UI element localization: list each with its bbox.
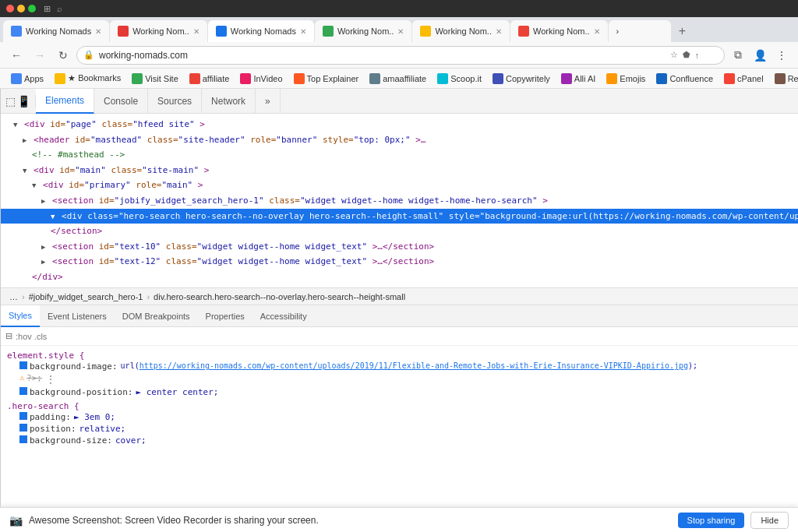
stop-sharing-button[interactable]: Stop sharing (678, 513, 745, 528)
maximize-window-button[interactable] (28, 5, 36, 12)
style-prop-checkbox-padding[interactable] (19, 412, 27, 420)
bookmark-bookmarks[interactable]: ★ Bookmarks (50, 72, 125, 86)
tree-line-2[interactable]: ▶ <header id="masthead" class="site-head… (1, 132, 798, 148)
bookmark-invideo[interactable]: InVideo (235, 72, 287, 86)
device-toggle-icon[interactable]: 📱 (17, 95, 30, 107)
tree-line-8[interactable]: ▶ <section id="text-12" class="widget wi… (1, 254, 798, 270)
style-prop-name-padding: padding: (30, 412, 71, 422)
styles-tab-event-listeners[interactable]: Event Listeners (40, 305, 115, 327)
tree-line-6[interactable]: </section> (1, 224, 798, 239)
tab-favicon (118, 26, 129, 37)
address-bar[interactable]: 🔒 working-nomads.com ☆ ⬟ ↑ (76, 46, 725, 65)
back-button[interactable]: ← (6, 45, 26, 65)
sidebar-toggle-icon[interactable]: ⊞ (44, 4, 51, 14)
tab-label-active: Working Nomads (231, 26, 296, 36)
star-icon[interactable]: ☆ (669, 48, 680, 62)
bookmark-favicon (11, 73, 22, 84)
forward-button[interactable]: → (30, 45, 50, 65)
styles-filter-input[interactable] (16, 332, 798, 341)
style-prop-checkbox-bg-pos[interactable] (19, 387, 27, 395)
bookmark-label: Confluence (669, 74, 713, 83)
extensions-button[interactable]: ⧉ (728, 45, 748, 65)
menu-button[interactable]: ⋮ (772, 45, 792, 65)
tab-bar: Working Nomads ✕ Working Nom.. ✕ Working… (0, 17, 798, 42)
hide-button[interactable]: Hide (750, 512, 789, 529)
bookmark-confluence[interactable]: Confluence (651, 72, 718, 86)
tab-search-icon[interactable]: ⌕ (57, 4, 62, 14)
bookmark-visit-site[interactable]: Visit Site (127, 72, 183, 86)
bookmark-copywritely[interactable]: Copywritely (488, 72, 555, 86)
tab-close-button[interactable]: ✕ (193, 27, 200, 36)
devtools-tab-sources[interactable]: Sources (148, 89, 202, 114)
tree-attr-name: id= (99, 256, 115, 266)
tab-4[interactable]: Working Nom.. ✕ (315, 20, 412, 42)
bookmark-label: Scoop.it (450, 74, 482, 83)
breadcrumb-item-2[interactable]: #jobify_widget_search_hero-1 (26, 291, 146, 302)
styles-tabs: Styles Event Listeners DOM Breakpoints P… (1, 305, 798, 327)
tree-attr-value: "site-main" (142, 165, 199, 175)
bookmark-favicon (493, 73, 503, 84)
tab-1[interactable]: Working Nomads ✕ (3, 20, 109, 42)
bookmark-relaythat[interactable]: RelayThat (770, 72, 798, 86)
devtools-tab-console[interactable]: Console (94, 89, 148, 114)
inspect-element-icon[interactable]: ⬚ (5, 95, 16, 107)
tab-close-button[interactable]: ✕ (300, 27, 306, 36)
style-prop-checkbox-position[interactable] (19, 424, 27, 432)
tab-5[interactable]: Working Nom.. ✕ (412, 20, 510, 42)
tab-3-active[interactable]: Working Nomads ✕ (208, 20, 314, 42)
tree-line-selected[interactable]: ▼ <div class="hero-search hero-search--n… (1, 209, 798, 224)
breadcrumb-item-3[interactable]: div.hero-search.hero-search--no-overlay.… (151, 291, 408, 302)
devtools-tab-elements[interactable]: Elements (36, 89, 94, 114)
tree-tag: <div (24, 119, 45, 129)
more-options-button[interactable]: ⋮ (45, 373, 56, 386)
style-prop-checkbox-bg-size[interactable] (19, 435, 27, 443)
styles-tab-properties[interactable]: Properties (198, 305, 252, 327)
tree-line-9[interactable]: </div> (1, 270, 798, 285)
devtools-tab-network[interactable]: Network (202, 89, 256, 114)
close-window-button[interactable] (6, 5, 14, 12)
bookmark-label: affiliate (203, 74, 230, 83)
new-tab-button[interactable]: + (672, 20, 694, 42)
styles-tab-accessibility[interactable]: Accessibility (252, 305, 315, 327)
breadcrumb-bar: … › #jobify_widget_search_hero-1 › div.h… (1, 287, 798, 305)
bookmark-alli-ai[interactable]: Alli AI (556, 72, 601, 86)
bg-image-url-link[interactable]: https://working-nomads.com/wp-content/up… (139, 361, 688, 370)
tab-close-button[interactable]: ✕ (594, 27, 600, 36)
tab-2[interactable]: Working Nom.. ✕ (110, 20, 207, 42)
bookmark-scoopIt[interactable]: Scoop.it (433, 72, 486, 86)
minimize-window-button[interactable] (17, 5, 25, 12)
tree-line-7[interactable]: ▶ <section id="text-10" class="widget wi… (1, 239, 798, 255)
styles-tab-styles[interactable]: Styles (1, 305, 40, 327)
tree-tag: </div> (32, 272, 63, 282)
extensions-icon[interactable]: ⬟ (681, 48, 692, 62)
devtools-tab-more[interactable]: » (256, 89, 281, 114)
tab-close-button[interactable]: ✕ (397, 27, 404, 36)
tree-attr-value: "widget widget--home widget_text" (197, 256, 368, 266)
tab-6[interactable]: Working Nom.. ✕ (510, 20, 608, 42)
warning-icon: ⚠ (19, 373, 24, 382)
tree-line-1[interactable]: ▼ <div id="page" class="hfeed site" > (1, 117, 798, 132)
bookmark-cpanel[interactable]: cPanel (719, 72, 768, 86)
breadcrumb-item-1[interactable]: … (7, 291, 20, 302)
tab-label: Working Nomads (26, 26, 91, 36)
bookmark-top-explainer[interactable]: Top Explainer (289, 72, 364, 86)
bookmark-amaaffiliate[interactable]: amaaffiliate (365, 72, 431, 86)
tree-tag: > (200, 119, 205, 129)
profile-button[interactable]: 👤 (750, 45, 770, 65)
share-icon[interactable]: ↑ (694, 49, 701, 62)
reload-button[interactable]: ↻ (53, 45, 73, 65)
bookmark-emojis[interactable]: Emojis (602, 72, 650, 86)
tree-line-5[interactable]: ▶ <section id="jobify_widget_search_hero… (1, 193, 798, 209)
tab-close-button[interactable]: ✕ (95, 27, 101, 36)
tree-line-4[interactable]: ▼ <div id="primary" role="main" > (1, 178, 798, 193)
styles-panel: Styles Event Listeners DOM Breakpoints P… (1, 305, 798, 507)
style-prop-name-bg-pos: background-position: (30, 387, 132, 397)
tree-line-3[interactable]: ▼ <div id="main" class="site-main" > (1, 163, 798, 178)
style-prop-checkbox[interactable] (19, 361, 27, 369)
bookmark-apps[interactable]: Apps (6, 72, 48, 86)
bookmark-affiliate[interactable]: affiliate (185, 72, 235, 86)
styles-tab-dom-breakpoints[interactable]: DOM Breakpoints (115, 305, 198, 327)
tab-more[interactable]: › (609, 20, 671, 42)
bookmark-label: Emojis (620, 74, 645, 83)
tab-close-button[interactable]: ✕ (496, 27, 502, 36)
